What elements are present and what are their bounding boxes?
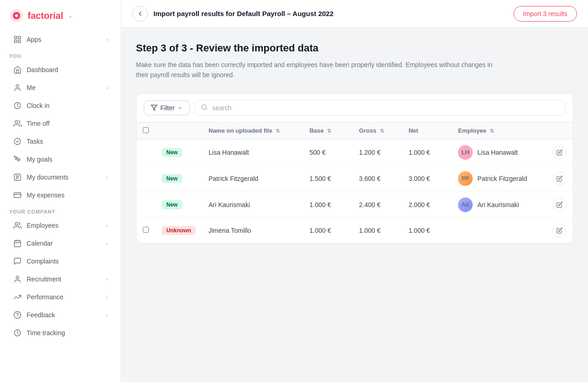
feedback-chevron-icon: › bbox=[106, 312, 108, 318]
sidebar-item-dashboard[interactable]: Dashboard bbox=[4, 61, 117, 79]
my-expenses-icon bbox=[13, 191, 22, 200]
apps-label: Apps bbox=[27, 36, 102, 43]
edit-employee-button[interactable] bbox=[553, 198, 566, 212]
employee-cell: PFPatrick Fitzgerald bbox=[452, 165, 573, 191]
svg-line-30 bbox=[206, 108, 207, 110]
sidebar-item-time-tracking[interactable]: Time tracking bbox=[4, 324, 117, 342]
complaints-label: Complaints bbox=[27, 258, 108, 265]
my-goals-label: My goals bbox=[27, 156, 108, 163]
uploaded-name-cell: Lisa Hanawalt bbox=[202, 139, 303, 165]
top-nav-left: Import payroll results for Default Payro… bbox=[132, 6, 334, 22]
avatar: PF bbox=[458, 171, 473, 186]
sidebar-item-employees[interactable]: Employees › bbox=[4, 217, 117, 234]
svg-rect-5 bbox=[14, 40, 17, 43]
table-row: NewPatrick Fitzgerald1.500 €3.600 €3.000… bbox=[136, 165, 573, 191]
filter-label: Filter bbox=[160, 104, 175, 112]
sidebar-item-performance[interactable]: Performance › bbox=[4, 288, 117, 306]
row-checkbox-cell bbox=[136, 165, 155, 191]
svg-rect-17 bbox=[14, 193, 21, 198]
employees-icon bbox=[13, 221, 22, 230]
apps-chevron-icon: › bbox=[106, 37, 108, 42]
svg-point-29 bbox=[202, 105, 206, 109]
sidebar-item-clock-in[interactable]: Clock in bbox=[4, 97, 117, 114]
employee-cell: LHLisa Hanawalt bbox=[452, 139, 573, 165]
status-badge: Unknown bbox=[162, 226, 196, 235]
my-documents-icon bbox=[13, 173, 22, 182]
payroll-table: Name on uploaded file ⇅ Base ⇅ Gross ⇅ bbox=[136, 123, 573, 243]
sidebar-item-recruitment[interactable]: Recruitment › bbox=[4, 270, 117, 288]
base-sort-icon[interactable]: ⇅ bbox=[327, 128, 331, 134]
sidebar-item-tasks[interactable]: Tasks bbox=[4, 133, 117, 150]
calendar-icon bbox=[13, 239, 22, 248]
status-badge-cell: New bbox=[155, 165, 202, 191]
sidebar-item-my-goals[interactable]: My goals bbox=[4, 151, 117, 168]
gross-sort-icon[interactable]: ⇅ bbox=[380, 128, 384, 134]
employee-sort-icon[interactable]: ⇅ bbox=[490, 128, 494, 134]
sidebar-item-my-documents[interactable]: My documents › bbox=[4, 169, 117, 186]
row-checkbox[interactable] bbox=[143, 227, 149, 233]
sidebar-item-apps[interactable]: Apps › bbox=[4, 31, 117, 48]
my-documents-chevron-icon: › bbox=[106, 174, 108, 180]
status-badge: New bbox=[162, 174, 182, 183]
status-badge-cell: New bbox=[155, 191, 202, 218]
time-tracking-icon bbox=[13, 328, 22, 337]
time-off-icon bbox=[13, 119, 22, 128]
status-badge-cell: New bbox=[155, 139, 202, 165]
me-chevron-icon: › bbox=[106, 85, 108, 90]
gross-header-label: Gross bbox=[359, 127, 377, 134]
logo-chevron-icon: ⌄ bbox=[68, 12, 73, 19]
you-section-label: YOU bbox=[0, 49, 121, 61]
sidebar-item-calendar[interactable]: Calendar › bbox=[4, 235, 117, 252]
sidebar-item-complaints[interactable]: Complaints bbox=[4, 253, 117, 270]
time-off-label: Time off bbox=[27, 120, 108, 127]
name-sort-icon[interactable]: ⇅ bbox=[276, 128, 280, 134]
back-button[interactable] bbox=[132, 6, 148, 22]
filter-button[interactable]: Filter bbox=[144, 101, 190, 115]
sidebar-item-time-off[interactable]: Time off bbox=[4, 115, 117, 132]
net-header: Net bbox=[402, 123, 452, 140]
status-badge: New bbox=[162, 148, 182, 157]
svg-point-25 bbox=[14, 312, 21, 319]
employee-header: Employee ⇅ bbox=[452, 123, 573, 140]
sidebar-item-my-expenses[interactable]: My expenses bbox=[4, 186, 117, 204]
employee-header-label: Employee bbox=[458, 127, 486, 134]
filter-bar: Filter bbox=[136, 94, 573, 123]
edit-employee-button[interactable] bbox=[553, 172, 566, 185]
gross-cell: 2.400 € bbox=[353, 191, 402, 218]
uploaded-name-cell: Patrick Fitzgerald bbox=[202, 165, 303, 191]
row-checkbox-cell bbox=[136, 139, 155, 165]
net-cell: 2.000 € bbox=[402, 191, 452, 218]
row-checkbox-cell bbox=[136, 218, 155, 243]
edit-employee-button[interactable] bbox=[553, 146, 566, 159]
base-cell: 1.000 € bbox=[303, 191, 353, 218]
net-cell: 1.000 € bbox=[402, 218, 452, 243]
base-cell: 500 € bbox=[303, 139, 353, 165]
svg-rect-20 bbox=[14, 241, 21, 247]
avatar: LH bbox=[458, 145, 473, 160]
sidebar-item-feedback[interactable]: Feedback › bbox=[4, 306, 117, 324]
svg-point-2 bbox=[15, 14, 18, 17]
avatar: AK bbox=[458, 197, 473, 212]
name-header: Name on uploaded file ⇅ bbox=[202, 123, 303, 140]
clock-in-icon bbox=[13, 101, 22, 110]
import-results-button[interactable]: Import 3 results bbox=[514, 6, 577, 22]
sidebar-item-me[interactable]: Me › bbox=[4, 79, 117, 96]
search-input[interactable] bbox=[195, 100, 565, 116]
uploaded-name-cell: Jimena Tomillo bbox=[202, 218, 303, 243]
feedback-icon bbox=[13, 310, 22, 320]
logo[interactable]: factorial ⌄ bbox=[0, 0, 121, 30]
performance-chevron-icon: › bbox=[106, 294, 108, 300]
svg-point-19 bbox=[15, 222, 18, 225]
net-header-label: Net bbox=[408, 127, 418, 134]
svg-marker-28 bbox=[151, 105, 157, 110]
gross-cell: 3.600 € bbox=[353, 165, 402, 191]
base-cell: 1.500 € bbox=[303, 165, 353, 191]
status-badge-cell: Unknown bbox=[155, 218, 202, 243]
select-all-checkbox[interactable] bbox=[143, 127, 149, 133]
edit-employee-button[interactable] bbox=[553, 224, 566, 237]
dashboard-icon bbox=[13, 65, 22, 74]
status-badge: New bbox=[162, 200, 182, 209]
name-header-label: Name on uploaded file bbox=[209, 127, 272, 134]
gross-cell: 1.200 € bbox=[353, 139, 402, 165]
employee-name: Ari Kaurismaki bbox=[477, 201, 519, 208]
